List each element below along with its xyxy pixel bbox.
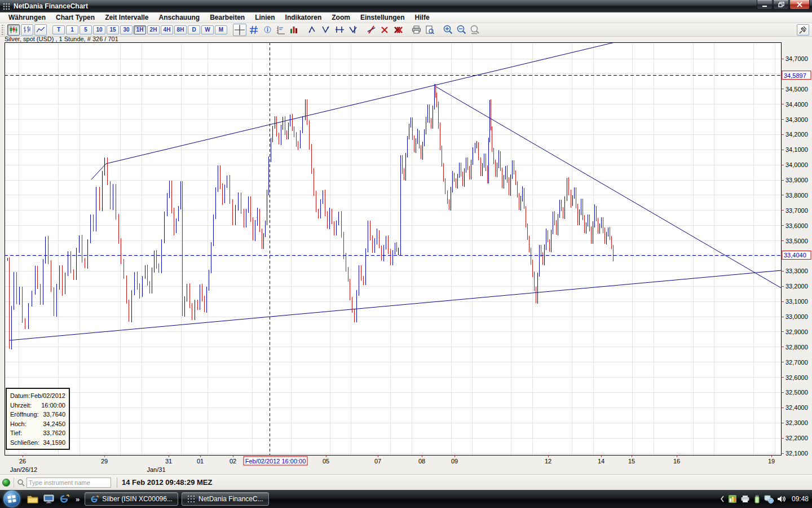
toolbar-grip[interactable] bbox=[2, 25, 5, 35]
crosshair-button[interactable] bbox=[233, 24, 246, 36]
menu-anschauung[interactable]: Anschauung bbox=[154, 13, 205, 22]
instrument-search-input[interactable] bbox=[27, 478, 111, 488]
svg-text:34,5000: 34,5000 bbox=[785, 86, 808, 93]
interval-1h-button[interactable]: 1H bbox=[134, 25, 146, 34]
trendline-tool-button[interactable] bbox=[306, 24, 319, 36]
svg-text:26: 26 bbox=[19, 458, 26, 465]
zoom-in-button[interactable] bbox=[442, 24, 454, 36]
menu-zoom[interactable]: Zoom bbox=[326, 13, 355, 22]
taskbar-button-silber[interactable]: Silber (ISIN XC00096... bbox=[85, 492, 178, 506]
red-x-icon bbox=[381, 26, 389, 34]
print-preview-button[interactable] bbox=[423, 24, 436, 36]
data-labels-button[interactable] bbox=[275, 24, 287, 36]
interval-1m-button[interactable]: 1 bbox=[66, 25, 78, 34]
interval-8h-button[interactable]: 8H bbox=[174, 25, 187, 34]
toolbar: T 1 5 10 15 30 1H 2H 4H 8H D W M bbox=[0, 23, 812, 37]
folder-icon bbox=[27, 494, 38, 503]
interval-tick-button[interactable]: T bbox=[52, 25, 65, 34]
taskbar-button-label: Silber (ISIN XC00096... bbox=[102, 495, 173, 503]
quicklaunch-ie-button[interactable] bbox=[58, 493, 70, 505]
tooltip-label: Schließen: bbox=[10, 438, 39, 448]
tray-printer-icon[interactable] bbox=[740, 495, 750, 503]
close-icon bbox=[797, 2, 802, 7]
restore-button[interactable] bbox=[773, 0, 789, 10]
svg-text:32,2000: 32,2000 bbox=[785, 435, 808, 441]
svg-text:19: 19 bbox=[768, 458, 775, 465]
interval-day-button[interactable]: D bbox=[188, 25, 200, 34]
interval-month-button[interactable]: M bbox=[215, 25, 227, 34]
svg-text:32,1000: 32,1000 bbox=[785, 450, 808, 457]
tooltip-value: 34,2450 bbox=[43, 419, 65, 429]
vertical-line-icon bbox=[348, 25, 358, 34]
interval-10m-button[interactable]: 10 bbox=[93, 25, 105, 34]
minimize-icon bbox=[762, 2, 767, 7]
menu-linien[interactable]: Linien bbox=[250, 13, 280, 22]
trendline-icon bbox=[308, 25, 317, 34]
svg-text:15: 15 bbox=[628, 458, 635, 465]
tray-power-icon[interactable] bbox=[753, 495, 761, 503]
svg-text:14: 14 bbox=[598, 458, 604, 465]
minimize-button[interactable] bbox=[757, 0, 773, 10]
zoom-out-button[interactable] bbox=[455, 24, 467, 36]
svg-text:33,0000: 33,0000 bbox=[785, 313, 808, 320]
status-bar: 14 Feb 2012 09:48:29 MEZ bbox=[0, 474, 812, 490]
menu-chart-typen[interactable]: Chart Typen bbox=[51, 13, 100, 22]
interval-15m-button[interactable]: 15 bbox=[107, 25, 119, 34]
monitor-icon bbox=[43, 494, 54, 503]
quicklaunch-folder-button[interactable] bbox=[27, 493, 39, 505]
price-chart[interactable]: 34,700034,600034,500034,400034,300034,20… bbox=[0, 42, 812, 474]
menu-bar: Währungen Chart Typen Zeit Intervalle An… bbox=[0, 12, 812, 23]
taskbar-button-netdania[interactable]: NetDania FinanceC... bbox=[182, 492, 269, 506]
desktop: { "window": { "title": "NetDania Finance… bbox=[0, 0, 812, 508]
interval-4h-button[interactable]: 4H bbox=[161, 25, 173, 34]
start-button[interactable] bbox=[3, 491, 20, 507]
quicklaunch-overflow-chevron[interactable]: » bbox=[76, 495, 80, 503]
svg-text:08: 08 bbox=[418, 458, 425, 465]
menu-bearbeiten[interactable]: Bearbeiten bbox=[205, 13, 250, 22]
tray-volume-icon[interactable] bbox=[777, 495, 787, 503]
menu-waehrungen[interactable]: Währungen bbox=[3, 13, 51, 22]
volume-button[interactable] bbox=[288, 24, 301, 36]
tray-expand-chevron[interactable] bbox=[720, 496, 725, 502]
candlestick-icon bbox=[9, 25, 18, 34]
svg-text:34,7000: 34,7000 bbox=[785, 55, 808, 62]
grid-toggle-button[interactable] bbox=[248, 24, 260, 36]
hline-tool-button[interactable] bbox=[333, 24, 346, 36]
svg-text:34,4000: 34,4000 bbox=[785, 101, 808, 108]
pushpin-icon bbox=[799, 26, 807, 34]
taskbar-clock[interactable]: 09:48 bbox=[792, 495, 809, 503]
crosshair-icon bbox=[235, 25, 245, 35]
close-button[interactable] bbox=[789, 0, 810, 10]
menu-einstellungen[interactable]: Einstellungen bbox=[355, 13, 410, 22]
interval-2h-button[interactable]: 2H bbox=[147, 25, 160, 34]
interval-30m-button[interactable]: 30 bbox=[120, 25, 133, 34]
zoom-reset-button[interactable] bbox=[469, 24, 481, 36]
delete-all-button[interactable] bbox=[392, 24, 404, 36]
interval-5m-button[interactable]: 5 bbox=[80, 25, 92, 34]
menu-hilfe[interactable]: Hilfe bbox=[410, 13, 435, 22]
chart-type-candlestick-button[interactable] bbox=[7, 24, 20, 36]
svg-text:34,5897: 34,5897 bbox=[784, 72, 806, 79]
print-button[interactable] bbox=[410, 24, 422, 36]
delete-selected-button[interactable] bbox=[378, 24, 391, 36]
delete-line-button[interactable] bbox=[365, 24, 377, 36]
tooltip-value: 33,7620 bbox=[43, 428, 65, 438]
trendline2-tool-button[interactable] bbox=[320, 24, 332, 36]
quicklaunch-desktop-button[interactable] bbox=[42, 493, 55, 505]
info-button[interactable] bbox=[261, 24, 273, 36]
interval-week-button[interactable]: W bbox=[201, 25, 214, 34]
svg-text:33,9000: 33,9000 bbox=[785, 177, 808, 183]
chart-type-line-button[interactable] bbox=[34, 24, 47, 36]
title-bar[interactable]: NetDania FinanceChart bbox=[0, 0, 812, 12]
toolbar-pin-button[interactable] bbox=[797, 24, 809, 36]
channel-line-icon bbox=[321, 25, 331, 34]
menu-indikatoren[interactable]: Indikatoren bbox=[280, 13, 327, 22]
tray-network-icon[interactable] bbox=[764, 495, 774, 503]
ohlc-bars-icon bbox=[23, 25, 32, 34]
hash-grid-icon bbox=[249, 25, 258, 34]
info-icon bbox=[264, 26, 271, 33]
chart-type-ohlc-button[interactable] bbox=[21, 24, 33, 36]
menu-zeit-intervalle[interactable]: Zeit Intervalle bbox=[100, 13, 153, 22]
vline-tool-button[interactable] bbox=[347, 24, 359, 36]
tray-app-icon[interactable] bbox=[728, 494, 737, 503]
